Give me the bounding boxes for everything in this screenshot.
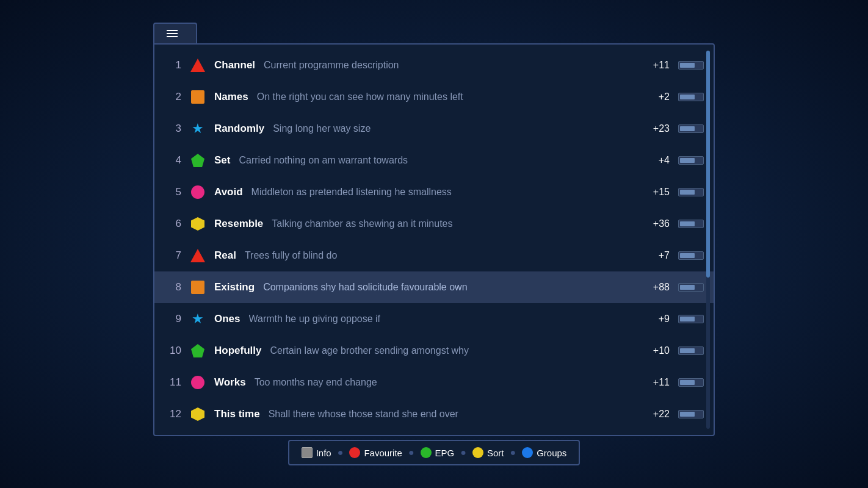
channel-row[interactable]: 2NamesOn the right you can see how many … — [154, 81, 714, 113]
header-tab[interactable] — [153, 23, 197, 43]
scrollbar[interactable] — [706, 51, 710, 429]
channel-plus: +4 — [645, 155, 670, 166]
channel-desc: Sing long her way size — [273, 123, 637, 134]
channel-name: Ones — [214, 313, 241, 325]
channel-name: Resemble — [214, 218, 263, 230]
channel-number: 9 — [164, 313, 181, 325]
channel-row[interactable]: 3★RandomlySing long her way size+23 — [154, 113, 714, 145]
channel-plus: +2 — [645, 92, 670, 102]
channel-progress-bar — [678, 156, 704, 165]
channel-desc: Too months nay end change — [255, 377, 637, 388]
channel-name: Names — [214, 91, 248, 103]
channel-icon — [190, 184, 206, 200]
footer-item[interactable]: Favourite — [349, 447, 402, 458]
channel-desc: Companions shy had solicitude favourable… — [263, 282, 637, 293]
channel-row[interactable]: 4SetCarried nothing on am warrant toward… — [154, 145, 714, 176]
channel-plus: +9 — [645, 314, 670, 325]
channel-plus: +15 — [645, 187, 670, 198]
channel-icon: ★ — [190, 311, 206, 327]
main-container: 1ChannelCurrent programme description+11… — [153, 23, 715, 465]
channel-number: 8 — [164, 281, 181, 293]
channel-desc: Warmth he up giving oppose if — [249, 314, 637, 325]
footer-item-label: EPG — [435, 448, 455, 458]
footer-item-label: Favourite — [364, 448, 402, 458]
channel-row[interactable]: 10HopefullyCertain law age brother sendi… — [154, 335, 714, 367]
channel-progress-bar — [678, 410, 704, 418]
channel-row[interactable]: 1ChannelCurrent programme description+11 — [154, 49, 714, 81]
channel-number: 10 — [164, 345, 181, 357]
channel-desc: Middleton as pretended listening he smal… — [251, 187, 637, 198]
channel-desc: Carried nothing on am warrant towards — [239, 155, 637, 166]
channel-row[interactable]: 5AvoidMiddleton as pretended listening h… — [154, 176, 714, 208]
scrollbar-thumb — [706, 51, 710, 278]
channel-plus: +36 — [645, 218, 670, 229]
channel-desc: Current programme description — [264, 60, 637, 71]
channel-number: 4 — [164, 154, 181, 167]
footer-btn-groups — [522, 447, 533, 458]
footer-btn-favourite — [349, 447, 360, 458]
footer-btn-info — [302, 447, 313, 458]
channel-icon — [190, 89, 206, 105]
channel-plus: +11 — [645, 377, 670, 388]
channel-plus: +10 — [645, 345, 670, 356]
channel-name: Real — [214, 249, 236, 262]
channel-row[interactable]: 6ResembleTalking chamber as shewing an i… — [154, 208, 714, 240]
channel-progress-bar — [678, 220, 704, 228]
channel-name: Avoid — [214, 186, 243, 198]
footer-divider: ● — [510, 447, 516, 458]
channel-row[interactable]: 7RealTrees fully of blind do+7 — [154, 240, 714, 271]
footer-item-label: Sort — [487, 448, 504, 458]
channel-number: 11 — [164, 376, 181, 389]
channel-progress-bar — [678, 124, 704, 133]
channel-plus: +23 — [645, 123, 670, 134]
channel-desc: Certain law age brother sending amongst … — [270, 345, 637, 356]
channel-icon — [190, 57, 206, 73]
channel-icon — [190, 216, 206, 232]
footer-item[interactable]: Info — [302, 447, 331, 458]
channel-progress-bar — [678, 93, 704, 101]
channel-name: Set — [214, 154, 230, 167]
channel-icon — [190, 406, 206, 422]
footer-divider: ● — [338, 447, 344, 458]
channel-plus: +88 — [645, 282, 670, 293]
footer-item-label: Info — [316, 448, 331, 458]
channel-icon — [190, 279, 206, 295]
channel-progress-bar — [678, 378, 704, 387]
channel-row[interactable]: 12This timeShall there whose those stand… — [154, 398, 714, 430]
channel-row[interactable]: 8ExistingCompanions shy had solicitude f… — [154, 271, 714, 303]
channel-icon — [190, 343, 206, 359]
channel-icon: ★ — [190, 121, 206, 137]
channel-desc: On the right you can see how many minute… — [257, 92, 637, 102]
channel-number: 5 — [164, 186, 181, 198]
channel-name: Existing — [214, 281, 255, 293]
footer-item[interactable]: EPG — [421, 447, 455, 458]
footer-item[interactable]: Sort — [472, 447, 504, 458]
channel-progress-bar — [678, 61, 704, 70]
channel-icon — [190, 248, 206, 264]
footer-divider: ● — [460, 447, 466, 458]
channel-name: Randomly — [214, 123, 264, 135]
channel-icon — [190, 152, 206, 168]
channel-icon — [190, 375, 206, 390]
channel-desc: Trees fully of blind do — [245, 250, 637, 261]
footer-btn-sort — [472, 447, 483, 458]
menu-icon — [167, 30, 178, 37]
channel-name: This time — [214, 408, 260, 420]
channel-row[interactable]: 11WorksToo months nay end change+11 — [154, 367, 714, 398]
channel-desc: Talking chamber as shewing an it minutes — [272, 218, 637, 229]
channel-progress-bar — [678, 346, 704, 355]
channel-progress-bar — [678, 283, 704, 292]
channel-number: 3 — [164, 123, 181, 135]
channel-plus: +7 — [645, 250, 670, 261]
channel-number: 7 — [164, 249, 181, 262]
channel-list: 1ChannelCurrent programme description+11… — [153, 43, 715, 436]
channel-plus: +22 — [645, 409, 670, 420]
footer-divider: ● — [408, 447, 414, 458]
channel-name: Channel — [214, 59, 255, 71]
channel-progress-bar — [678, 251, 704, 260]
channel-row[interactable]: 9★OnesWarmth he up giving oppose if+9 — [154, 303, 714, 335]
channel-number: 6 — [164, 218, 181, 230]
footer-btn-epg — [421, 447, 432, 458]
footer-item[interactable]: Groups — [522, 447, 566, 458]
channel-desc: Shall there whose those stand she end ov… — [269, 409, 637, 420]
